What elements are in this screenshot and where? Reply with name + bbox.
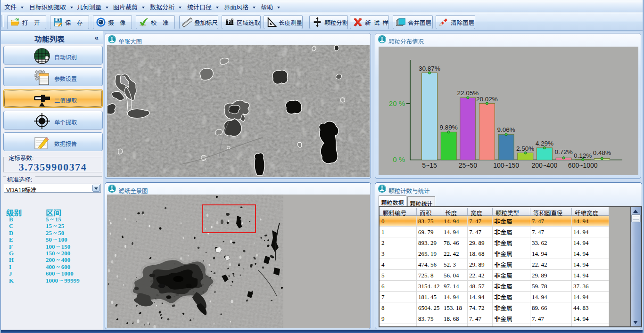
svg-text:0.72%: 0.72% (554, 148, 572, 155)
svg-text:0.48%: 0.48% (593, 149, 611, 156)
svg-text:20 %: 20 % (389, 99, 405, 107)
svg-text:600~1000: 600~1000 (568, 162, 598, 169)
svg-text:0 %: 0 % (393, 155, 405, 163)
svg-text:22.05%: 22.05% (457, 89, 479, 97)
svg-text:25~50: 25~50 (459, 162, 478, 169)
svg-text:4.29%: 4.29% (536, 140, 553, 147)
svg-text:9.06%: 9.06% (497, 126, 515, 133)
svg-text:0.12%: 0.12% (574, 152, 592, 159)
svg-text:20.02%: 20.02% (476, 96, 498, 103)
svg-text:9.89%: 9.89% (440, 124, 458, 131)
svg-text:30.87%: 30.87% (419, 65, 440, 72)
svg-text:5~15: 5~15 (422, 162, 437, 169)
svg-text:2.50%: 2.50% (516, 145, 534, 152)
svg-text:100~150: 100~150 (493, 162, 519, 169)
svg-text:200~400: 200~400 (531, 162, 557, 169)
